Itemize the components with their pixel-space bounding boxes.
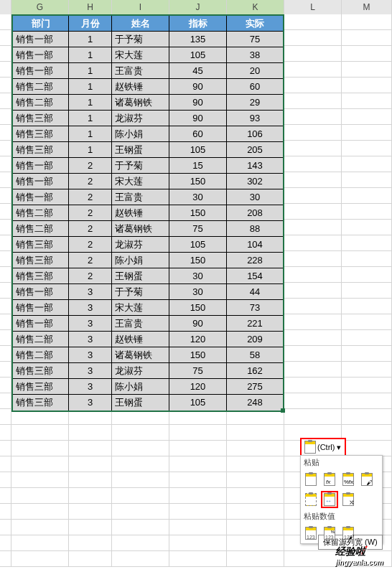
cell[interactable]: 150 <box>169 174 227 189</box>
table-row[interactable]: 销售一部2于予菊15143 <box>13 158 283 174</box>
cell[interactable]: 宋大莲 <box>112 47 169 63</box>
paste-formulas-icon[interactable]: fx <box>321 471 338 488</box>
cell[interactable]: 王富贵 <box>112 316 169 332</box>
cell[interactable]: 2 <box>69 221 112 237</box>
table-row[interactable]: 销售三部2王钢蛋30154 <box>13 268 283 284</box>
table-row[interactable]: 销售三部3陈小娟120275 <box>13 379 283 395</box>
cell[interactable]: 赵铁锤 <box>112 332 169 347</box>
cell[interactable]: 于予菊 <box>112 32 169 47</box>
cell[interactable]: 销售一部 <box>13 316 69 332</box>
cell[interactable]: 销售二部 <box>13 347 69 363</box>
cell[interactable]: 王富贵 <box>112 63 169 79</box>
table-row[interactable]: 销售二部3诸葛钢铁15058 <box>13 347 283 363</box>
cell[interactable]: 90 <box>169 79 227 95</box>
paste-values-icon[interactable]: 123 <box>302 525 319 542</box>
cell[interactable]: 销售一部 <box>13 63 69 79</box>
paste-values-formatting-icon[interactable]: 123🖌 <box>340 525 357 542</box>
cell[interactable]: 105 <box>169 142 227 158</box>
cell[interactable]: 3 <box>69 332 112 347</box>
cell[interactable]: 275 <box>227 379 283 395</box>
table-row[interactable]: 销售一部3于予菊3044 <box>13 284 283 300</box>
cell[interactable]: 陈小娟 <box>112 379 169 395</box>
cell[interactable]: 20 <box>227 63 283 79</box>
cell[interactable]: 248 <box>227 395 283 411</box>
cell[interactable]: 90 <box>169 111 227 126</box>
table-row[interactable]: 销售三部3王钢蛋105248 <box>13 395 283 411</box>
cell[interactable]: 1 <box>69 79 112 95</box>
table-row[interactable]: 销售三部3龙淑芬75162 <box>13 363 283 379</box>
cell[interactable]: 龙淑芬 <box>112 237 169 253</box>
table-row[interactable]: 销售一部1宋大莲10538 <box>13 47 283 63</box>
paste-keep-formatting-icon[interactable]: 🖌 <box>358 471 375 488</box>
cell[interactable]: 销售一部 <box>13 32 69 47</box>
table-row[interactable]: 销售一部2宋大莲150302 <box>13 174 283 189</box>
cell[interactable]: 105 <box>169 237 227 253</box>
cell[interactable]: 销售一部 <box>13 158 69 174</box>
cell[interactable]: 106 <box>227 126 283 142</box>
paste-no-borders-icon[interactable] <box>302 491 319 508</box>
table-row[interactable]: 销售一部2王富贵3030 <box>13 189 283 205</box>
cell[interactable]: 60 <box>227 79 283 95</box>
table-row[interactable]: 销售一部1王富贵4520 <box>13 63 283 79</box>
cell[interactable]: 销售二部 <box>13 79 69 95</box>
cell[interactable]: 王钢蛋 <box>112 395 169 411</box>
cell[interactable]: 120 <box>169 379 227 395</box>
cell[interactable]: 30 <box>169 189 227 205</box>
cell[interactable]: 销售二部 <box>13 95 69 111</box>
cell[interactable]: 3 <box>69 300 112 316</box>
paste-transpose-icon[interactable]: ⤭ <box>340 491 357 508</box>
col-header-J[interactable]: J <box>169 0 227 14</box>
cell[interactable]: 销售二部 <box>13 332 69 347</box>
cell[interactable]: 龙淑芬 <box>112 363 169 379</box>
cell[interactable]: 2 <box>69 237 112 253</box>
cell[interactable]: 29 <box>227 95 283 111</box>
cell[interactable]: 龙淑芬 <box>112 111 169 126</box>
cell[interactable]: 93 <box>227 111 283 126</box>
cell[interactable]: 38 <box>227 47 283 63</box>
cell[interactable]: 150 <box>169 253 227 268</box>
cell[interactable]: 3 <box>69 347 112 363</box>
cell[interactable]: 销售三部 <box>13 379 69 395</box>
cell[interactable]: 宋大莲 <box>112 300 169 316</box>
cell[interactable]: 1 <box>69 47 112 63</box>
cell[interactable]: 销售二部 <box>13 221 69 237</box>
cell[interactable]: 销售三部 <box>13 268 69 284</box>
cell[interactable]: 143 <box>227 158 283 174</box>
cell[interactable]: 30 <box>227 189 283 205</box>
cell[interactable]: 销售一部 <box>13 284 69 300</box>
cell[interactable]: 90 <box>169 316 227 332</box>
cell[interactable]: 30 <box>169 268 227 284</box>
cell[interactable]: 于予菊 <box>112 284 169 300</box>
cell[interactable]: 105 <box>169 47 227 63</box>
cell[interactable]: 赵铁锤 <box>112 205 169 221</box>
cell[interactable]: 销售三部 <box>13 237 69 253</box>
cell[interactable]: 120 <box>169 332 227 347</box>
cell[interactable]: 3 <box>69 284 112 300</box>
cell[interactable]: 228 <box>227 253 283 268</box>
cell[interactable]: 58 <box>227 347 283 363</box>
cell[interactable]: 1 <box>69 63 112 79</box>
cell[interactable]: 于予菊 <box>112 158 169 174</box>
cell[interactable]: 王富贵 <box>112 189 169 205</box>
cell[interactable]: 3 <box>69 379 112 395</box>
cell[interactable]: 75 <box>227 32 283 47</box>
cell[interactable]: 2 <box>69 253 112 268</box>
cell[interactable]: 221 <box>227 316 283 332</box>
cell[interactable]: 王钢蛋 <box>112 268 169 284</box>
cell[interactable]: 销售一部 <box>13 300 69 316</box>
cell[interactable]: 王钢蛋 <box>112 142 169 158</box>
cell[interactable]: 销售三部 <box>13 395 69 411</box>
cell[interactable]: 1 <box>69 142 112 158</box>
cell[interactable]: 75 <box>169 363 227 379</box>
table-row[interactable]: 销售一部3王富贵90221 <box>13 316 283 332</box>
cell[interactable]: 150 <box>169 205 227 221</box>
cell[interactable]: 1 <box>69 126 112 142</box>
cell[interactable]: 162 <box>227 363 283 379</box>
cell[interactable]: 诸葛钢铁 <box>112 347 169 363</box>
col-header-G[interactable]: G <box>11 0 69 14</box>
cell[interactable]: 150 <box>169 300 227 316</box>
paste-keep-column-width-icon[interactable]: ↔ <box>321 491 338 508</box>
cell[interactable]: 104 <box>227 237 283 253</box>
paste-values-number-icon[interactable]: 123% <box>321 525 338 542</box>
cell[interactable]: 1 <box>69 111 112 126</box>
